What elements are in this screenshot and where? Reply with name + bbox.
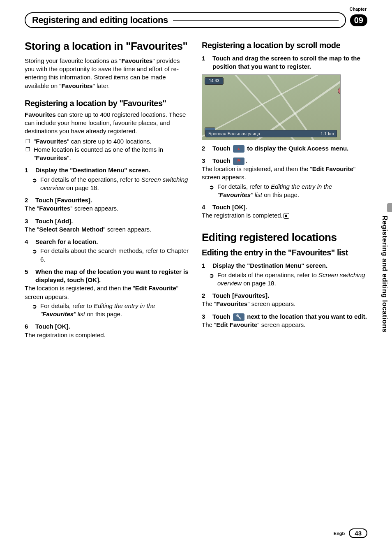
arrow-icon: ➲ — [32, 176, 37, 184]
page-header: Chapter Registering and editing location… — [25, 12, 367, 28]
language-label: Engb — [334, 531, 345, 536]
para: Storing your favourite locations as "Fav… — [25, 57, 190, 90]
content: Storing a location in "Favourites" Stori… — [0, 36, 392, 339]
step-r4: 4Touch [OK]. The registration is complet… — [202, 203, 367, 220]
chapter-number: 09 — [350, 14, 367, 26]
step-1: 1Display the "Destination Menu" screen. … — [25, 166, 190, 192]
arrow-icon: ➲ — [209, 183, 214, 191]
arrow-icon: ➲ — [32, 248, 37, 255]
tab-indicator — [387, 203, 392, 212]
section-title-storing: Storing a location in "Favourites" — [25, 40, 190, 53]
reference: ➲For details, refer to Editing the entry… — [202, 183, 367, 199]
time-indicator: 14:33 — [205, 77, 224, 85]
reference: ➲For details of the operations, refer to… — [202, 271, 367, 288]
chapter-label: Chapter — [349, 7, 367, 12]
step-e2: 2Touch [Favourites]. The "Favourites" sc… — [202, 292, 367, 308]
subsection-title-scroll: Registering a location by scroll mode — [202, 40, 367, 50]
step-r2: 2Touch to display the Quick Access menu. — [202, 144, 367, 153]
arrow-icon: ➲ — [32, 303, 37, 310]
arrow-icon: ➲ — [209, 272, 214, 280]
section-title-editing: Editing registered locations — [202, 232, 367, 244]
reference: ➲For details about the search methods, r… — [25, 247, 190, 264]
list-item: "Favourites" can store up to 400 locatio… — [25, 137, 190, 146]
header-title-wrap: Registering and editing locations — [25, 12, 346, 28]
footer: Engb 43 — [334, 528, 367, 538]
right-column: Registering a location by scroll mode 1T… — [202, 40, 367, 339]
step-6: 6Touch [OK]. The registration is complet… — [25, 322, 190, 339]
left-column: Storing a location in "Favourites" Stori… — [25, 40, 190, 339]
arrow-icon: ↓ — [338, 87, 341, 95]
header-bar: Registering and editing locations 09 — [25, 12, 367, 28]
reference: ➲For details, refer to Editing the entry… — [25, 302, 190, 319]
step-e1: 1Display the "Destination Menu" screen. … — [202, 262, 367, 287]
reference: ➲For details of the operations, refer to… — [25, 176, 190, 192]
street-bar: Бронная Большая улица 1.1 km — [205, 130, 337, 137]
map-screenshot: ▲ 14:33 ◎ ↓ ☰ ▲ Бронная Большая улица 1.… — [202, 74, 341, 140]
header-line — [173, 20, 339, 21]
step-r1: 1Touch and drag the screen to scroll the… — [202, 54, 367, 71]
bullet-list: "Favourites" can store up to 400 locatio… — [25, 137, 190, 162]
para: Favourites can store up to 400 registere… — [25, 111, 190, 136]
side-tab-label: Registering and editing locations — [380, 215, 389, 333]
side-tab: Registering and editing locations — [377, 203, 392, 333]
page-number: 43 — [349, 528, 367, 538]
end-icon — [284, 213, 289, 219]
subsection-title-register-fav: Registering a location by "Favourites" — [25, 98, 190, 108]
quick-access-icon — [233, 145, 244, 153]
step-e3: 3Touch next to the location that you wan… — [202, 313, 367, 329]
page-title: Registering and editing locations — [32, 15, 168, 25]
wrench-icon — [233, 313, 244, 321]
step-5: 5When the map of the location you want t… — [25, 268, 190, 319]
list-item: Home location is counted as one of the i… — [25, 146, 190, 162]
step-3: 3Touch [Add]. The "Select Search Method"… — [25, 217, 190, 234]
flag-icon — [233, 158, 244, 165]
step-2: 2Touch [Favourites]. The "Favourites" sc… — [25, 196, 190, 213]
step-r3: 3Touch . The location is registered, and… — [202, 157, 367, 199]
step-4: 4Search for a location. ➲For details abo… — [25, 238, 190, 264]
subsection-title-edit-entry: Editing the entry in the "Favourites" li… — [202, 248, 367, 257]
